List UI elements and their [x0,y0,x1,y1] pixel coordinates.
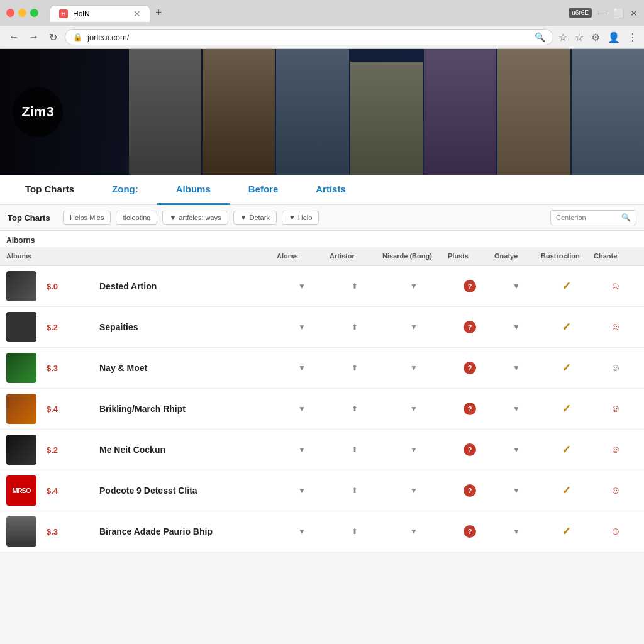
plusts-7[interactable]: ? [448,525,492,538]
address-search-icon[interactable]: 🔍 [535,32,545,42]
dropdown-arrow-3: ▼ [289,214,296,221]
question-icon[interactable]: ? [464,280,476,292]
onatye-4[interactable]: ▼ [494,404,538,413]
chante-3[interactable]: ☺ [594,362,638,374]
check-icon: ✓ [562,525,571,538]
filter-btn-helps-mles[interactable]: Helps Mles [63,211,111,225]
chante-2[interactable]: ☺ [594,321,638,333]
search-input[interactable] [556,214,619,221]
price-3: $.3 [47,364,97,373]
arrow-down-icon: ⬆ [352,486,358,495]
aloms-4[interactable]: ▼ [277,404,327,413]
question-icon[interactable]: ? [464,484,476,497]
nisarde-2[interactable]: ▼ [382,323,445,331]
tab-close-button[interactable]: ✕ [133,9,141,19]
artistor-3[interactable]: ⬆ [330,364,380,372]
question-icon[interactable]: ? [464,402,476,415]
onatye-5[interactable]: ▼ [494,445,538,454]
onatye-6[interactable]: ▼ [494,486,538,495]
window-close-icon[interactable]: ✕ [630,8,638,18]
question-icon[interactable]: ? [464,321,476,333]
bookmark2-icon[interactable]: ☆ [575,31,584,43]
question-icon[interactable]: ? [464,525,476,538]
plusts-4[interactable]: ? [448,402,492,415]
artistor-4[interactable]: ⬆ [330,404,380,413]
back-button[interactable]: ← [6,30,21,44]
menu-icon[interactable]: ⋮ [628,31,638,43]
filter-dropdown-detark[interactable]: ▼ Detark [233,211,277,225]
onatye-1[interactable]: ▼ [494,282,538,291]
nisarde-7[interactable]: ▼ [382,527,445,536]
arrow-down-icon: ▼ [298,445,306,454]
filter-section-title: Top Charts [8,213,58,223]
plusts-6[interactable]: ? [448,484,492,497]
nisarde-5[interactable]: ▼ [382,445,445,454]
forward-button[interactable]: → [26,30,42,44]
tab-top-charts[interactable]: Top Charts [6,175,93,205]
search-icon: 🔍 [621,213,631,222]
plusts-3[interactable]: ? [448,362,492,374]
table-row: $.3 Birance Adade Paurio Bhip ▼ ⬆ ▼ ? ▼ … [0,511,644,552]
chante-4[interactable]: ☺ [594,403,638,414]
nisarde-6[interactable]: ▼ [382,486,445,495]
aloms-1[interactable]: ▼ [277,282,327,291]
chante-5[interactable]: ☺ [594,444,638,455]
chante-7[interactable]: ☺ [594,526,638,537]
window-restore-icon[interactable]: ⬜ [613,8,624,18]
artistor-7[interactable]: ⬆ [330,527,380,536]
url-bar[interactable]: 🔒 jorleai.com/ 🔍 [65,29,553,45]
smiley-icon: ☺ [611,321,621,333]
arrow-down-icon: ▼ [513,364,520,372]
aloms-3[interactable]: ▼ [277,364,327,372]
url-text: jorleai.com/ [87,33,530,42]
tab-before[interactable]: Before [230,175,297,205]
new-tab-button[interactable]: + [150,4,167,22]
onatye-2[interactable]: ▼ [494,323,538,331]
browser-tab[interactable]: H HolN ✕ [50,5,150,22]
bookmark-icon[interactable]: ☆ [558,31,567,43]
window-right-controls: u6r6E — ⬜ ✕ [569,8,638,18]
onatye-7[interactable]: ▼ [494,527,538,536]
nisarde-3[interactable]: ▼ [382,364,445,372]
aloms-5[interactable]: ▼ [277,445,327,454]
arrow-down-icon: ⬆ [352,445,358,454]
refresh-button[interactable]: ↻ [47,30,60,45]
minimize-button[interactable] [18,9,26,17]
tab-zong[interactable]: Zong: [93,175,157,205]
tab-bar: H HolN ✕ + [50,4,564,22]
close-button[interactable] [6,9,14,17]
aloms-6[interactable]: ▼ [277,486,327,495]
search-box[interactable]: 🔍 [550,210,636,225]
extensions-icon[interactable]: ⚙ [591,31,600,43]
maximize-button[interactable] [30,9,38,17]
tab-albums[interactable]: Albums [157,175,230,205]
title-2: Sepaities [99,322,274,332]
window-minimize-icon[interactable]: — [598,8,607,18]
filter-btn-tiolopting[interactable]: tiolopting [116,211,157,225]
smiley-icon: ☺ [611,444,621,455]
filter-dropdown-ways[interactable]: ▼ artfeles: ways [162,211,228,225]
profile-icon[interactable]: 👤 [608,31,620,43]
artistor-6[interactable]: ⬆ [330,486,380,495]
table-body: $.0 Dested Artion ▼ ⬆ ▼ ? ▼ ✓ ☺ $.2 Sepa… [0,266,644,552]
table-row: MRSO $.4 Podcote 9 Detesst Clita ▼ ⬆ ▼ ?… [0,470,644,511]
nisarde-1[interactable]: ▼ [382,282,445,291]
plusts-1[interactable]: ? [448,280,492,292]
plusts-5[interactable]: ? [448,443,492,456]
question-icon[interactable]: ? [464,362,476,374]
artistor-2[interactable]: ⬆ [330,323,380,331]
chante-6[interactable]: ☺ [594,485,638,496]
chante-1[interactable]: ☺ [594,280,638,292]
onatye-3[interactable]: ▼ [494,364,538,372]
nisarde-4[interactable]: ▼ [382,404,445,413]
tab-artists[interactable]: Artists [297,175,365,205]
arrow-down-icon: ▼ [410,527,418,536]
title-3: Nay & Moet [99,363,274,373]
aloms-2[interactable]: ▼ [277,323,327,331]
aloms-7[interactable]: ▼ [277,527,327,536]
question-icon[interactable]: ? [464,443,476,456]
artistor-1[interactable]: ⬆ [330,282,380,291]
filter-dropdown-help[interactable]: ▼ Help [282,211,319,225]
artistor-5[interactable]: ⬆ [330,445,380,454]
plusts-2[interactable]: ? [448,321,492,333]
